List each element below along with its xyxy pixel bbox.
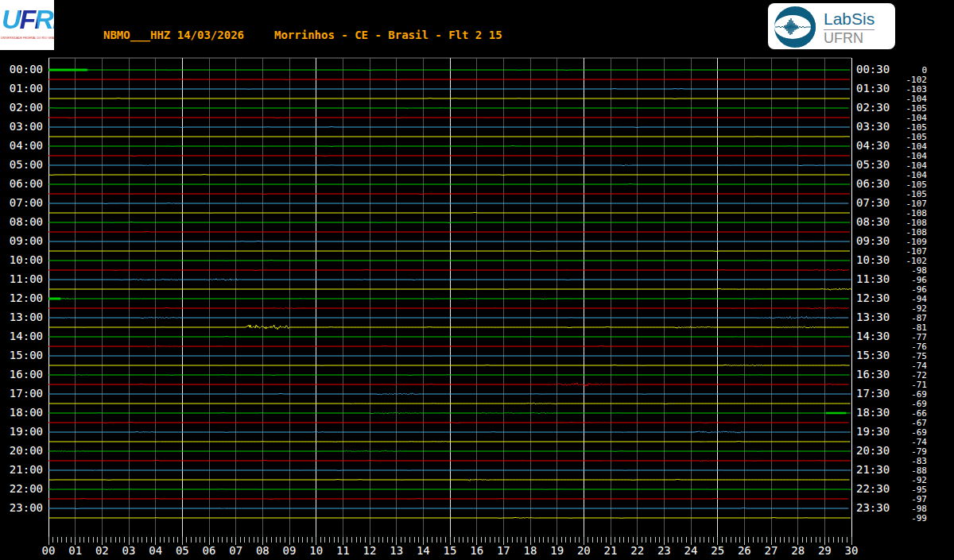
trace-offset-value: -75	[867, 352, 927, 361]
trace-row	[48, 127, 850, 128]
trace-row	[48, 146, 850, 147]
hour-label-left: 14:00	[5, 331, 43, 342]
helicorder-page: UFRN UNIVERSIDADE FEDERAL DO RIO GRANDE …	[0, 0, 954, 560]
hour-label-left: 18:00	[5, 407, 43, 418]
trace-row	[48, 461, 851, 462]
minute-label: 02	[92, 546, 111, 556]
minute-label: 14	[413, 546, 432, 556]
hour-label-left: 20:00	[5, 446, 43, 456]
minute-label: 29	[815, 546, 834, 556]
minute-label: 12	[360, 546, 379, 556]
trace-row	[48, 431, 851, 434]
trace-row	[48, 442, 850, 442]
minute-label: 01	[66, 546, 85, 556]
trace-row	[48, 222, 850, 223]
trace-row	[48, 517, 851, 518]
trace-offset-value: -103	[867, 85, 927, 94]
trace-row	[48, 383, 849, 386]
minute-label: 09	[280, 546, 299, 556]
hour-label-left: 01:00	[5, 83, 43, 94]
minute-label: 00	[39, 546, 58, 556]
hour-label-left: 21:00	[5, 465, 43, 475]
trace-offset-value: -77	[867, 333, 927, 342]
hour-label-left: 19:00	[5, 427, 43, 437]
trace-row	[48, 499, 848, 500]
minute-label: 23	[654, 546, 673, 556]
hour-label-left: 16:00	[5, 369, 43, 380]
minute-label: 16	[467, 546, 487, 556]
helicorder-plot	[0, 0, 954, 560]
minute-label: 04	[146, 546, 165, 556]
hour-label-left: 07:00	[5, 198, 43, 208]
trace-row	[48, 269, 849, 271]
minute-label: 10	[307, 546, 326, 556]
trace-row	[48, 365, 850, 365]
trace-row	[48, 79, 850, 80]
trace-offset-value: -99	[867, 514, 927, 523]
trace-row	[48, 423, 849, 423]
trace-row	[48, 156, 850, 156]
minute-label: 24	[681, 546, 700, 556]
trace-row	[48, 298, 849, 299]
hour-label-left: 12:00	[5, 293, 43, 303]
minute-label: 18	[521, 546, 540, 556]
minute-label: 20	[574, 546, 593, 556]
trace-row	[48, 508, 848, 509]
hour-label-left: 10:00	[5, 255, 43, 265]
hour-label-left: 22:00	[5, 484, 43, 494]
minute-label: 03	[119, 546, 138, 556]
trace-offset-value: -104	[867, 142, 927, 151]
trace-offset-value: -72	[867, 371, 927, 380]
minute-label: 19	[548, 546, 567, 556]
trace-row	[48, 307, 849, 309]
trace-offset-value: 0	[867, 66, 927, 75]
trace-row	[48, 346, 850, 347]
trace-offset-value: -98	[867, 504, 927, 513]
trace-row	[48, 118, 850, 118]
hour-label-left: 17:00	[5, 388, 43, 399]
trace-row	[48, 325, 849, 329]
trace-offset-value: -79	[867, 447, 927, 456]
hour-label-left: 00:00	[5, 64, 43, 75]
hour-label-left: 04:00	[5, 141, 43, 151]
trace-offset-value: -102	[867, 257, 927, 265]
minute-label: 21	[601, 546, 620, 556]
hour-label-left: 02:00	[5, 102, 43, 113]
trace-offset-value: -108	[867, 218, 927, 227]
trace-row	[48, 98, 850, 99]
trace-offset-value: -66	[867, 409, 927, 418]
minute-label: 28	[789, 546, 808, 556]
trace-offset-value: -69	[867, 428, 927, 437]
trace-row	[48, 165, 851, 166]
trace-offset-value: -107	[867, 199, 927, 208]
trace-row	[48, 450, 851, 452]
minute-label: 30	[842, 546, 861, 556]
trace-offset-value: -87	[867, 314, 927, 322]
minute-label: 25	[708, 546, 727, 556]
trace-row	[48, 479, 850, 481]
trace-row	[48, 184, 850, 185]
hour-label-left: 05:00	[5, 160, 43, 170]
minute-label: 15	[440, 546, 460, 556]
trace-row	[48, 241, 850, 242]
trace-row	[48, 470, 851, 471]
minute-label: 05	[173, 546, 192, 556]
hour-label-left: 11:00	[5, 274, 43, 284]
hour-label-left: 03:00	[5, 122, 43, 132]
hour-label-left: 15:00	[5, 350, 43, 361]
trace-offset-value: -95	[867, 485, 927, 494]
trace-offset-value: -88	[867, 466, 927, 475]
trace-offset-value: -96	[867, 276, 927, 284]
trace-row	[48, 412, 851, 414]
trace-row	[48, 316, 848, 319]
trace-row	[48, 175, 850, 176]
trace-offset-value: -105	[867, 123, 927, 132]
minute-label: 11	[333, 546, 352, 556]
trace-row	[48, 403, 851, 404]
minute-label: 07	[227, 546, 246, 556]
trace-row	[48, 213, 850, 214]
hour-label-left: 23:00	[5, 503, 43, 513]
trace-row	[48, 203, 848, 204]
trace-row	[48, 337, 851, 338]
trace-row	[48, 375, 849, 376]
